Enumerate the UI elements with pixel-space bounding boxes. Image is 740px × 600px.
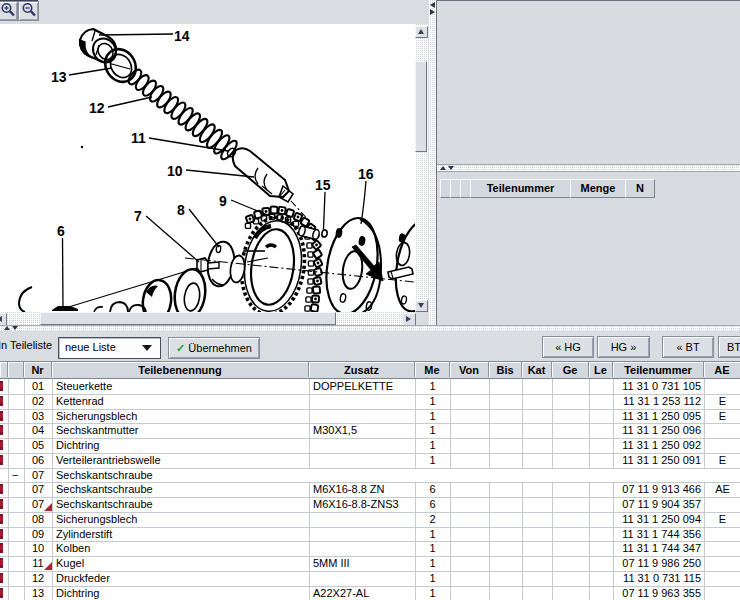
svg-text:10: 10 <box>167 163 183 179</box>
svg-text:12: 12 <box>89 100 105 116</box>
svg-text:13: 13 <box>51 69 67 85</box>
svg-text:9: 9 <box>219 193 227 209</box>
svg-text:16: 16 <box>358 166 374 182</box>
svg-text:7: 7 <box>134 208 142 224</box>
svg-text:8: 8 <box>177 202 185 218</box>
svg-text:6: 6 <box>57 223 65 239</box>
svg-text:11: 11 <box>131 130 146 146</box>
svg-text:15: 15 <box>315 177 331 193</box>
svg-text:14: 14 <box>174 28 190 44</box>
